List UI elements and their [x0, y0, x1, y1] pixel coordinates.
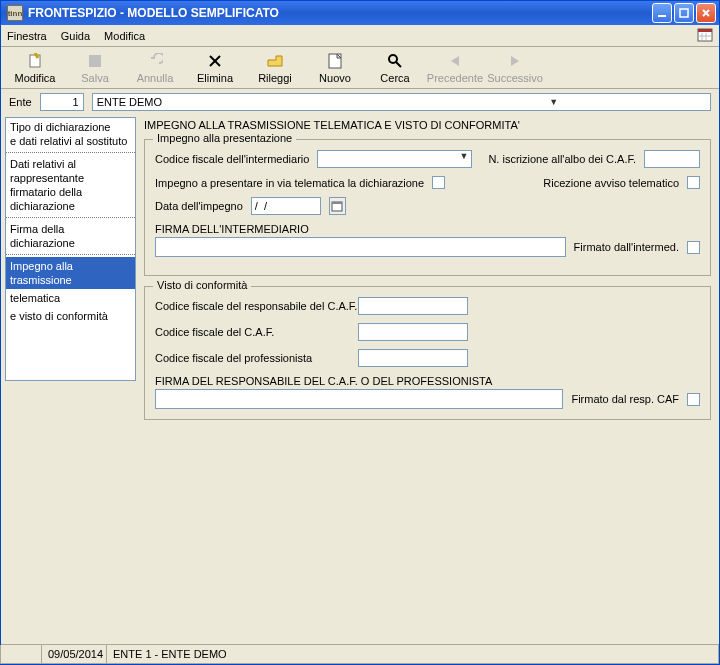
- tool-salva-label: Salva: [81, 72, 109, 84]
- chevron-down-icon[interactable]: ▼: [456, 151, 471, 167]
- ente-num-input[interactable]: 1: [40, 93, 84, 111]
- iscrizione-input[interactable]: [644, 150, 700, 168]
- tool-modifica[interactable]: Modifica: [5, 50, 65, 86]
- minimize-icon: [657, 8, 667, 18]
- firma-resp-label: FIRMA DEL RESPONSABILE DEL C.A.F. O DEL …: [155, 375, 492, 387]
- firmato-resp-label: Firmato dal resp. CAF: [571, 393, 679, 405]
- status-cell-empty: [0, 645, 42, 664]
- tool-elimina[interactable]: Elimina: [185, 50, 245, 86]
- app-icon: tinn: [7, 5, 23, 21]
- ente-row: Ente 1 ENTE DEMO ▼: [1, 89, 719, 117]
- tool-precedente-label: Precedente: [427, 72, 483, 84]
- cf-prof-input[interactable]: [358, 349, 468, 367]
- cf-caf-input[interactable]: [358, 323, 468, 341]
- statusbar: 09/05/2014 ENTE 1 - ENTE DEMO: [1, 644, 719, 664]
- ricezione-checkbox[interactable]: [687, 176, 700, 189]
- tool-rileggi-label: Rileggi: [258, 72, 292, 84]
- svg-rect-1: [680, 9, 688, 17]
- search-icon: [386, 52, 404, 70]
- sidebar-item-impegno-l3: e visto di conformità: [6, 307, 135, 325]
- delete-icon: [206, 52, 224, 70]
- tool-annulla-label: Annulla: [137, 72, 174, 84]
- calendar-icon[interactable]: [697, 27, 713, 45]
- tool-precedente: Precedente: [425, 50, 485, 86]
- next-icon: [506, 52, 524, 70]
- firma-resp-input[interactable]: [155, 389, 563, 409]
- maximize-button[interactable]: [674, 3, 694, 23]
- tool-salva: Salva: [65, 50, 125, 86]
- tool-nuovo[interactable]: Nuovo: [305, 50, 365, 86]
- firma-intermediario-input[interactable]: [155, 237, 566, 257]
- reload-icon: [266, 52, 284, 70]
- sidebar-item-firma[interactable]: Firma della dichiarazione: [6, 220, 135, 252]
- tool-elimina-label: Elimina: [197, 72, 233, 84]
- close-icon: [701, 8, 711, 18]
- edit-icon: [26, 52, 44, 70]
- undo-icon: [146, 52, 164, 70]
- sidebar: Tipo di dichiarazionee dati relativi al …: [5, 117, 136, 381]
- data-impegno-input[interactable]: [251, 197, 321, 215]
- sidebar-item-rappresentante[interactable]: Dati relativi al rappresentantefirmatari…: [6, 155, 135, 215]
- window-title: FRONTESPIZIO - MODELLO SEMPLIFICATO: [28, 6, 652, 20]
- cf-responsabile-label: Codice fiscale del responsabile del C.A.…: [155, 300, 350, 312]
- fs-visto-legend: Visto di conformità: [153, 279, 251, 291]
- cf-responsabile-input[interactable]: [358, 297, 468, 315]
- impegno-telematica-checkbox[interactable]: [432, 176, 445, 189]
- tool-annulla: Annulla: [125, 50, 185, 86]
- toolbar: Modifica Salva Annulla Elimina Rileggi N…: [1, 47, 719, 89]
- cf-intermediario-label: Codice fiscale dell'intermediario: [155, 153, 309, 165]
- menu-modifica[interactable]: Modifica: [104, 30, 145, 42]
- firmato-intermed-label: Firmato dall'intermed.: [574, 241, 679, 253]
- ente-label: Ente: [9, 96, 32, 108]
- data-impegno-label: Data dell'impegno: [155, 200, 243, 212]
- status-date: 09/05/2014: [41, 645, 107, 664]
- fs-impegno-legend: Impegno alla presentazione: [153, 132, 296, 144]
- tool-successivo-label: Successivo: [487, 72, 543, 84]
- sidebar-item-impegno[interactable]: Impegno alla trasmissione telematica e v…: [6, 257, 135, 325]
- app-window: tinn FRONTESPIZIO - MODELLO SEMPLIFICATO…: [0, 0, 720, 665]
- impegno-telematica-label: Impegno a presentare in via telematica l…: [155, 177, 424, 189]
- save-icon: [86, 52, 104, 70]
- cf-prof-label: Codice fiscale del professionista: [155, 352, 350, 364]
- ente-name-dropdown[interactable]: ENTE DEMO ▼: [92, 93, 711, 111]
- firmato-resp-checkbox[interactable]: [687, 393, 700, 406]
- menu-guida[interactable]: Guida: [61, 30, 90, 42]
- firma-intermediario-label: FIRMA DELL'INTERMEDIARIO: [155, 223, 309, 235]
- svg-marker-19: [511, 56, 519, 66]
- svg-rect-5: [698, 29, 712, 32]
- sidebar-item-tipo[interactable]: Tipo di dichiarazionee dati relativi al …: [6, 118, 135, 150]
- chevron-down-icon[interactable]: ▼: [401, 97, 706, 107]
- titlebar: tinn FRONTESPIZIO - MODELLO SEMPLIFICATO: [1, 1, 719, 25]
- tool-cerca-label: Cerca: [380, 72, 409, 84]
- calendar-icon: [331, 200, 343, 212]
- minimize-button[interactable]: [652, 3, 672, 23]
- ricezione-label: Ricezione avviso telematico: [543, 177, 679, 189]
- svg-point-16: [389, 55, 397, 63]
- prev-icon: [446, 52, 464, 70]
- tool-nuovo-label: Nuovo: [319, 72, 351, 84]
- new-icon: [326, 52, 344, 70]
- svg-rect-0: [658, 15, 666, 17]
- firmato-intermed-checkbox[interactable]: [687, 241, 700, 254]
- cf-caf-label: Codice fiscale del C.A.F.: [155, 326, 350, 338]
- tool-modifica-label: Modifica: [15, 72, 56, 84]
- menubar: Finestra Guida Modifica: [1, 25, 719, 47]
- main-panel: IMPEGNO ALLA TRASMISSIONE TELEMATICA E V…: [136, 117, 715, 381]
- maximize-icon: [679, 8, 689, 18]
- status-text: ENTE 1 - ENTE DEMO: [106, 645, 719, 664]
- svg-marker-18: [451, 56, 459, 66]
- fs-visto: Visto di conformità Codice fiscale del r…: [144, 286, 711, 420]
- sidebar-item-impegno-l1: Impegno alla trasmissione: [6, 257, 135, 289]
- cf-intermediario-dropdown[interactable]: ▼: [317, 150, 472, 168]
- tool-successivo: Successivo: [485, 50, 545, 86]
- close-button[interactable]: [696, 3, 716, 23]
- sidebar-item-impegno-l2: telematica: [6, 289, 135, 307]
- tool-rileggi[interactable]: Rileggi: [245, 50, 305, 86]
- svg-rect-21: [332, 202, 342, 204]
- calendar-picker-button[interactable]: [329, 197, 346, 215]
- menu-finestra[interactable]: Finestra: [7, 30, 47, 42]
- tool-cerca[interactable]: Cerca: [365, 50, 425, 86]
- ente-name-text: ENTE DEMO: [97, 96, 402, 108]
- iscrizione-label: N. iscrizione all'albo dei C.A.F.: [488, 153, 636, 165]
- panel-title: IMPEGNO ALLA TRASMISSIONE TELEMATICA E V…: [140, 117, 715, 133]
